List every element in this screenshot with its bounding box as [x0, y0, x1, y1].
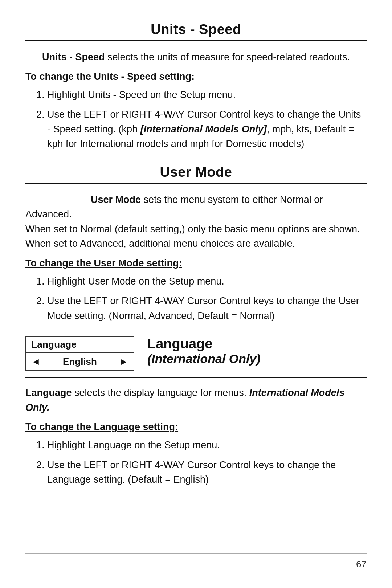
language-section-subtitle: (International Only) — [147, 352, 261, 366]
language-step-1: Highlight Language on the Setup menu. — [47, 438, 367, 453]
language-divider — [25, 377, 367, 378]
user-mode-divider — [25, 183, 367, 184]
user-mode-intro-bold: User Mode — [91, 194, 141, 205]
language-arrow-right[interactable]: ► — [119, 356, 128, 367]
language-intro-bold: Language — [25, 387, 72, 398]
user-mode-steps: Highlight User Mode on the Setup menu. U… — [25, 274, 367, 323]
language-steps: Highlight Language on the Setup menu. Us… — [25, 438, 367, 487]
language-arrow-left[interactable]: ◄ — [31, 356, 41, 367]
language-widget-value-row: ◄ English ► — [26, 353, 134, 370]
units-speed-intl-note: [International Models Only] — [140, 124, 267, 135]
page-number: 67 — [356, 559, 367, 570]
language-section-title: Language — [147, 336, 261, 352]
language-change-heading: To change the Language setting: — [25, 421, 367, 433]
units-speed-intro-bold: Units - Speed — [42, 52, 105, 62]
units-speed-section: Units - Speed Units - Speed selects the … — [25, 22, 367, 151]
units-speed-intro-rest: selects the units of measure for speed-r… — [105, 52, 350, 62]
language-widget-row: Language ◄ English ► Language (Internati… — [25, 336, 367, 371]
language-intro-text: Language selects the display language fo… — [25, 385, 367, 415]
units-speed-steps: Highlight Units - Speed on the Setup men… — [25, 87, 367, 151]
language-section: Language ◄ English ► Language (Internati… — [25, 336, 367, 487]
user-mode-intro-block: User Mode sets the menu system to either… — [25, 192, 367, 251]
units-speed-step-2: Use the LEFT or RIGHT 4-WAY Cursor Contr… — [47, 107, 367, 151]
user-mode-section: User Mode User Mode sets the menu system… — [25, 164, 367, 323]
language-step-2: Use the LEFT or RIGHT 4-WAY Cursor Contr… — [47, 458, 367, 487]
user-mode-step-2: Use the LEFT or RIGHT 4-WAY Cursor Contr… — [47, 294, 367, 323]
user-mode-step-1: Highlight User Mode on the Setup menu. — [47, 274, 367, 289]
language-intro-rest: selects the display language for menus. — [72, 387, 249, 398]
units-speed-intro: Units - Speed selects the units of measu… — [25, 50, 367, 65]
units-speed-step-1: Highlight Units - Speed on the Setup men… — [47, 87, 367, 102]
units-speed-title: Units - Speed — [25, 22, 367, 37]
user-mode-title: User Mode — [25, 164, 367, 180]
units-speed-change-heading: To change the Units - Speed setting: — [25, 71, 367, 82]
user-mode-body: When set to Normal (default setting,) on… — [25, 224, 360, 249]
user-mode-change-heading: To change the User Mode setting: — [25, 258, 367, 269]
language-current-value: English — [63, 356, 97, 367]
page-footer: 67 — [25, 553, 367, 570]
user-mode-intro-rest: sets the menu system to either Normal or… — [25, 194, 323, 220]
language-widget[interactable]: Language ◄ English ► — [25, 336, 134, 371]
units-speed-divider — [25, 40, 367, 41]
language-widget-label: Language — [26, 337, 134, 353]
language-heading-block: Language (International Only) — [147, 336, 261, 366]
